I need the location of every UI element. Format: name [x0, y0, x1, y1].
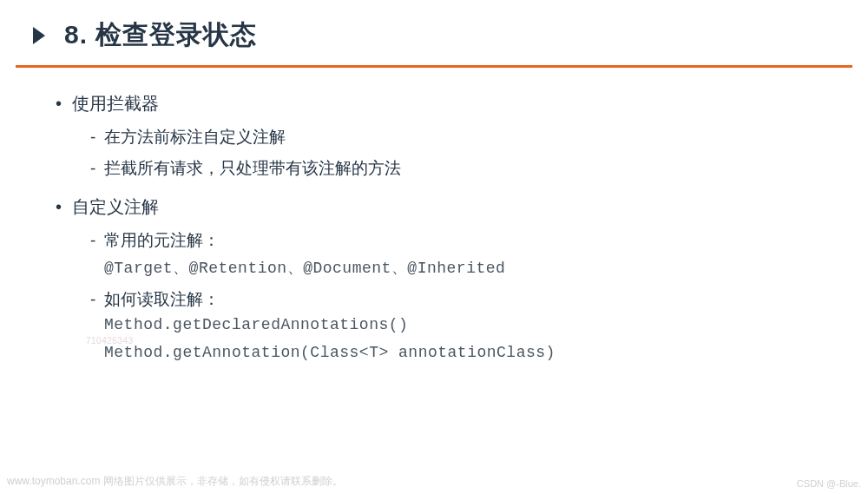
bullet-dot-icon: •: [56, 95, 62, 112]
triangle-bullet-icon: [33, 27, 45, 44]
footer-watermark-left: www.toymoban.com 网络图片仅供展示，非存储，如有侵权请联系删除。: [7, 474, 343, 489]
section-annotation: • 自定义注解 - 常用的元注解： @Target、@Retention、@Do…: [56, 195, 868, 361]
sub-item: - 常用的元注解：: [90, 229, 868, 252]
code-line: @Target、@Retention、@Document、@Inherited: [104, 257, 868, 278]
bullet-dot-icon: •: [56, 198, 62, 215]
footer-watermark-right: CSDN @-Blue.: [797, 478, 861, 489]
section-interceptor: • 使用拦截器 - 在方法前标注自定义注解 - 拦截所有请求，只处理带有该注解的…: [56, 92, 868, 180]
slide-content: • 使用拦截器 - 在方法前标注自定义注解 - 拦截所有请求，只处理带有该注解的…: [0, 68, 868, 361]
bullet-label: 使用拦截器: [72, 92, 159, 115]
code-line: Method.getAnnotation(Class<T> annotation…: [104, 344, 868, 361]
sub-item-text: 拦截所有请求，只处理带有该注解的方法: [104, 157, 401, 180]
slide-header: 8. 检查登录状态: [0, 0, 868, 65]
dash-icon: -: [90, 128, 95, 147]
dash-icon: -: [90, 159, 95, 178]
sub-item: - 在方法前标注自定义注解: [90, 126, 868, 148]
dash-icon: -: [90, 231, 95, 250]
slide-title: 8. 检查登录状态: [64, 17, 257, 53]
sub-item: - 如何读取注解：: [90, 288, 868, 311]
sub-item-text: 如何读取注解：: [104, 288, 220, 311]
bullet-item: • 自定义注解: [56, 195, 868, 219]
sub-item: - 拦截所有请求，只处理带有该注解的方法: [90, 157, 868, 180]
sub-item-text: 在方法前标注自定义注解: [104, 126, 286, 148]
code-line: Method.getDeclaredAnnotations(): [104, 316, 868, 333]
sub-item-text: 常用的元注解：: [104, 229, 220, 252]
dash-icon: -: [90, 290, 95, 309]
bullet-label: 自定义注解: [72, 195, 159, 219]
watermark-id: 710426343: [86, 336, 134, 346]
bullet-item: • 使用拦截器: [56, 92, 868, 115]
